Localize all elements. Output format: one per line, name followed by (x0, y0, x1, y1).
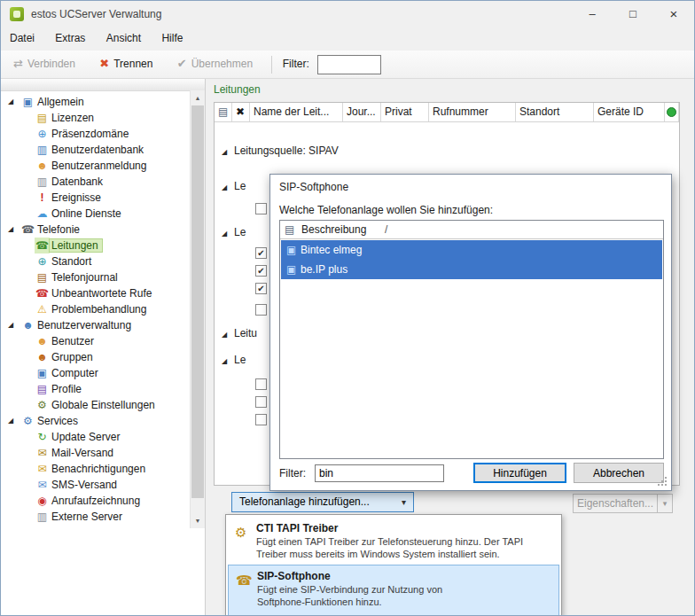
app-window: estos UCServer Verwaltung – □ × Datei Ex… (0, 0, 695, 616)
toolbar-separator (271, 56, 272, 74)
expander-icon[interactable]: ◢ (222, 326, 234, 344)
tree-item-telefonjournal[interactable]: ▤Telefonjournal (1, 269, 190, 285)
tree-item-sms-versand[interactable]: ✉SMS-Versand (1, 477, 190, 493)
tree-item-anrufaufzeichnung[interactable]: ◉Anrufaufzeichnung (1, 493, 190, 509)
disconnect-button[interactable]: ✖Trennen (92, 53, 160, 74)
scroll-down-icon[interactable]: ▼ (191, 513, 205, 528)
tree-item-standort[interactable]: ⊕Standort (1, 253, 190, 269)
tree-item-telefonie[interactable]: ◢☎Telefonie (1, 222, 190, 238)
tree-item-benachrichtigungen[interactable]: ✉Benachrichtigungen (1, 461, 190, 477)
menu-item-title: CTI TAPI Treiber (256, 522, 338, 534)
checkbox[interactable] (255, 378, 267, 390)
expander-icon[interactable]: ◢ (8, 94, 20, 110)
checkbox[interactable] (255, 304, 267, 316)
expander-icon[interactable]: ◢ (8, 222, 20, 238)
tree-item-update-server[interactable]: ↻Update Server (1, 429, 190, 445)
scroll-up-icon[interactable]: ▲ (191, 90, 205, 105)
column-journal[interactable]: Jour... (343, 103, 381, 121)
checkbox[interactable] (255, 203, 267, 214)
tree-header-strip (1, 79, 205, 91)
navigation-tree: ◢▣Allgemein ▤Lizenzen ⊕Präsenzdomäne ▥Be… (1, 79, 206, 615)
expander-icon[interactable]: ◢ (222, 179, 234, 197)
record-icon: ◉ (35, 493, 50, 509)
checkbox[interactable] (255, 396, 267, 408)
column-geraete-id[interactable]: Geräte ID (594, 103, 665, 121)
tree-item-externe-server[interactable]: ▥Externe Server (1, 509, 190, 525)
tree-item-profile[interactable]: ▤Profile (1, 381, 190, 397)
group-row-sipav[interactable]: ◢Leitungsquelle: SIPAV (215, 142, 679, 160)
dialog-filter-input[interactable] (315, 464, 444, 482)
column-status[interactable] (665, 103, 679, 121)
tree-item-lizenzen[interactable]: ▤Lizenzen (1, 110, 190, 126)
check-icon: ✔ (257, 248, 264, 258)
missed-call-icon: ☎ (35, 285, 50, 301)
expander-icon[interactable]: ◢ (8, 317, 20, 333)
menu-extras[interactable]: Extras (46, 27, 94, 51)
resize-grip[interactable] (665, 484, 667, 486)
monitor-icon: ▣ (20, 94, 35, 110)
menu-ansicht[interactable]: Ansicht (98, 27, 150, 51)
dialog-title: SIP-Softphone (279, 181, 348, 193)
filter-label: Filter: (279, 467, 306, 480)
tree-item-services[interactable]: ◢⚙Services (1, 413, 190, 429)
group-label: Leitungsquelle: SIPAV (234, 144, 339, 157)
tree-item-benutzerverwaltung[interactable]: ◢☻Benutzerverwaltung (1, 317, 190, 333)
list-header[interactable]: ▤ Beschreibung / (280, 221, 663, 239)
tree-item-benutzer[interactable]: ☻Benutzer (1, 333, 190, 349)
checkbox-checked[interactable]: ✔ (255, 247, 267, 259)
tree-item-datenbank[interactable]: ▥Datenbank (1, 174, 190, 190)
tree-item-gruppen[interactable]: ☻Gruppen (1, 349, 190, 365)
database-icon: ▥ (35, 174, 50, 190)
tree-item-benutzerdatenbank[interactable]: ▥Benutzerdatenbank (1, 142, 190, 158)
maximize-button[interactable]: □ (613, 1, 653, 27)
close-button[interactable]: × (653, 1, 694, 27)
check-icon: ✔ (257, 266, 264, 276)
tree-item-praesenzdomaene[interactable]: ⊕Präsenzdomäne (1, 126, 190, 142)
column-privat[interactable]: Privat (381, 103, 429, 121)
description-column[interactable]: Beschreibung (301, 221, 366, 238)
expander-icon[interactable]: ◢ (222, 225, 234, 243)
checkbox[interactable] (255, 414, 267, 425)
menu-hilfe[interactable]: Hilfe (152, 27, 191, 51)
tree-item-leitungen[interactable]: ☎Leitungen (1, 238, 190, 253)
toolbar-filter-input[interactable] (317, 55, 381, 74)
cancel-button[interactable]: Abbrechen (574, 463, 664, 483)
expander-icon[interactable]: ◢ (8, 413, 20, 429)
add-phone-system-button[interactable]: Telefonanlage hinzufügen...▾ (231, 492, 414, 512)
checkbox-checked[interactable]: ✔ (255, 283, 267, 294)
column-name[interactable]: Name der Leit... (250, 103, 343, 121)
column-line-type[interactable]: ▤ (215, 103, 232, 121)
list-item[interactable]: ▣Bintec elmeg (281, 240, 662, 260)
column-standort[interactable]: Standort (516, 103, 594, 121)
tapi-driver-icon: ⚙ (235, 525, 246, 541)
properties-dropdown-arrow: ▾ (658, 494, 673, 513)
column-rufnummer[interactable]: Rufnummer (429, 103, 516, 121)
add-button[interactable]: Hinzufügen (473, 463, 566, 483)
menu-item-description: Treiber muss bereits im Windows System i… (256, 549, 500, 559)
minimize-button[interactable]: – (572, 1, 613, 27)
menu-item-sip-softphone[interactable]: ☎ SIP-Softphone Fügt eine SIP-Verbindung… (228, 565, 559, 616)
tree-scrollbar[interactable]: ▲ ▼ (190, 90, 205, 528)
tree-item-mail-versand[interactable]: ✉Mail-Versand (1, 445, 190, 461)
column-delete[interactable]: ✖ (232, 103, 250, 121)
tree-item-ereignisse[interactable]: !Ereignisse (1, 190, 190, 206)
user-icon: ☻ (35, 333, 50, 349)
list-item-label: Bintec elmeg (301, 244, 362, 256)
expander-icon[interactable]: ◢ (222, 144, 234, 161)
tree-item-online-dienste[interactable]: ☁Online Dienste (1, 206, 190, 222)
menu-item-cti-tapi[interactable]: ⚙ CTI TAPI Treiber Fügt einen TAPI Treib… (228, 518, 559, 564)
tree-item-benutzeranmeldung[interactable]: ☻Benutzeranmeldung (1, 158, 190, 174)
tree-item-computer[interactable]: ▣Computer (1, 365, 190, 381)
tree-item-label: Benutzerdatenbank (50, 144, 147, 156)
tree-item-allgemein[interactable]: ◢▣Allgemein (1, 94, 190, 110)
tree-item-unbeantwortete-rufe[interactable]: ☎Unbeantwortete Rufe (1, 285, 190, 301)
expander-icon[interactable]: ◢ (222, 353, 234, 370)
tree-item-label: Ereignisse (50, 191, 105, 204)
menu-datei[interactable]: Datei (1, 27, 43, 51)
checkbox-checked[interactable]: ✔ (255, 265, 267, 277)
scrollbar-thumb[interactable] (191, 105, 204, 498)
dialog-prompt: Welche Telefonanlage wollen Sie hinzufüg… (279, 204, 493, 216)
tree-item-globale-einstellungen[interactable]: ⚙Globale Einstellungen (1, 397, 190, 413)
tree-item-problembehandlung[interactable]: ⚠Problembehandlung (1, 301, 190, 317)
list-item[interactable]: ▣be.IP plus (281, 260, 662, 279)
